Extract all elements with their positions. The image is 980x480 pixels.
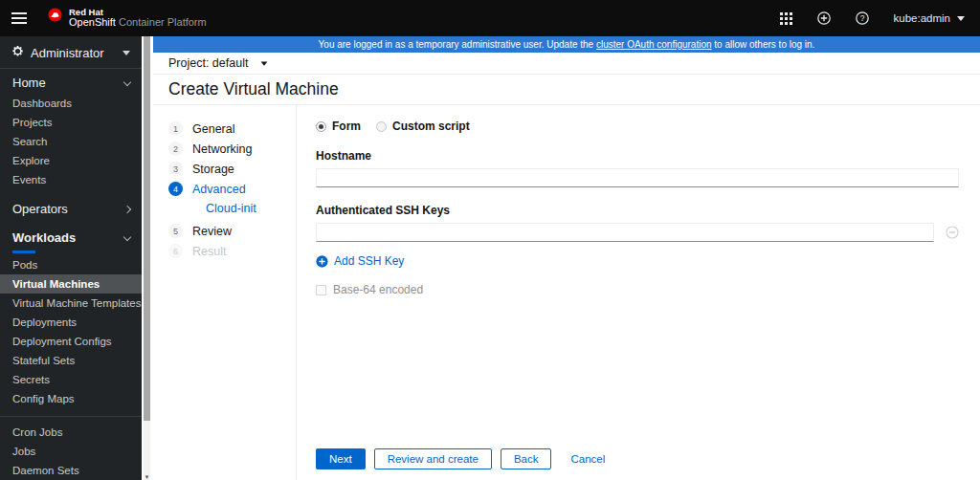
next-button[interactable]: Next bbox=[316, 448, 366, 469]
sidebar-item-pods[interactable]: Pods bbox=[0, 255, 142, 274]
base64-encoded-checkbox-row: Base-64 encoded bbox=[316, 283, 959, 296]
login-notice-banner: You are logged in as a temporary adminis… bbox=[153, 36, 980, 53]
remove-ssh-key-minus-circle-icon bbox=[946, 226, 959, 239]
username: kube:admin bbox=[894, 12, 950, 24]
sidebar-section-workloads[interactable]: Workloads bbox=[0, 224, 142, 249]
add-ssh-key-button[interactable]: Add SSH Key bbox=[316, 254, 404, 268]
chevron-down-icon bbox=[123, 77, 131, 85]
create-vm-wizard: 1 General 2 Networking 3 Storage 4 Advan… bbox=[153, 105, 980, 480]
nav-toggle-menu-icon[interactable] bbox=[11, 12, 27, 24]
sidebar-item-config-maps[interactable]: Config Maps bbox=[0, 389, 142, 408]
scrollbar-arrow-down-icon[interactable]: ▼ bbox=[144, 474, 150, 480]
sidebar-item-deployment-configs[interactable]: Deployment Configs bbox=[0, 332, 142, 351]
gear-icon bbox=[11, 45, 24, 60]
cloud-init-form: Form Custom script Hostname Authenticate… bbox=[297, 105, 980, 480]
ssh-key-input[interactable] bbox=[316, 223, 934, 242]
perspective-label: Administrator bbox=[31, 46, 104, 60]
caret-down-icon bbox=[261, 61, 268, 65]
cloud-init-mode-group: Form Custom script bbox=[316, 120, 959, 133]
app-launcher-grid-icon[interactable] bbox=[780, 12, 792, 25]
sidebar-item-deployments[interactable]: Deployments bbox=[0, 313, 142, 332]
hostname-input[interactable] bbox=[316, 168, 959, 187]
radio-selected-icon bbox=[316, 121, 326, 132]
sidebar-item-events[interactable]: Events bbox=[0, 170, 142, 189]
help-circle-icon[interactable]: ? bbox=[856, 11, 869, 25]
sidebar-item-daemon-sets[interactable]: Daemon Sets bbox=[0, 461, 142, 480]
active-section-indicator bbox=[12, 251, 35, 253]
scrollbar-thumb[interactable] bbox=[144, 36, 150, 421]
plus-circle-icon bbox=[316, 255, 328, 268]
review-and-create-button[interactable]: Review and create bbox=[374, 448, 492, 469]
chevron-right-icon bbox=[123, 205, 131, 212]
back-button[interactable]: Back bbox=[501, 448, 552, 469]
sidebar-nav: Administrator Home Dashboards Projects S… bbox=[0, 36, 142, 480]
wizard-step-networking[interactable]: 2 Networking bbox=[168, 142, 296, 156]
radio-unselected-icon bbox=[376, 121, 387, 132]
custom-script-mode-radio[interactable]: Custom script bbox=[376, 120, 470, 133]
wizard-steps-nav: 1 General 2 Networking 3 Storage 4 Advan… bbox=[153, 105, 297, 480]
page-title: Create Virtual Machine bbox=[168, 79, 339, 99]
sidebar-item-cron-jobs[interactable]: Cron Jobs bbox=[0, 423, 142, 442]
sidebar-item-search[interactable]: Search bbox=[0, 132, 142, 151]
ssh-keys-field-group: Authenticated SSH Keys bbox=[316, 204, 959, 242]
wizard-step-review[interactable]: 5 Review bbox=[168, 224, 296, 238]
caret-down-icon bbox=[122, 51, 130, 55]
chevron-down-icon bbox=[123, 232, 131, 240]
perspective-switcher[interactable]: Administrator bbox=[0, 36, 142, 69]
cancel-button[interactable]: Cancel bbox=[567, 449, 609, 469]
masthead: Red Hat OpenShift Container Platform ? k… bbox=[0, 0, 980, 36]
wizard-step-result: 6 Result bbox=[168, 244, 296, 258]
wizard-step-storage[interactable]: 3 Storage bbox=[168, 162, 296, 176]
user-menu[interactable]: kube:admin bbox=[894, 12, 965, 24]
sidebar-item-dashboards[interactable]: Dashboards bbox=[0, 94, 142, 113]
project-selector-label: Project: default bbox=[168, 56, 248, 70]
import-plus-circle-icon[interactable] bbox=[817, 11, 831, 25]
wizard-substep-cloud-init[interactable]: Cloud-init bbox=[206, 202, 296, 215]
svg-text:?: ? bbox=[859, 13, 864, 23]
sidebar-section-operators[interactable]: Operators bbox=[0, 195, 142, 220]
redhat-logo-icon bbox=[48, 8, 62, 22]
caret-down-icon bbox=[957, 16, 965, 21]
sidebar-item-virtual-machine-templates[interactable]: Virtual Machine Templates bbox=[0, 294, 142, 313]
main-content: You are logged in as a temporary adminis… bbox=[153, 36, 980, 480]
form-mode-radio[interactable]: Form bbox=[316, 120, 361, 133]
sidebar-item-explore[interactable]: Explore bbox=[0, 151, 142, 170]
wizard-step-general[interactable]: 1 General bbox=[168, 121, 296, 136]
wizard-step-advanced[interactable]: 4 Advanced bbox=[168, 182, 296, 196]
page-header: Create Virtual Machine bbox=[153, 75, 980, 105]
sidebar-divider bbox=[0, 416, 142, 417]
sidebar-scrollbar[interactable]: ▼ bbox=[142, 36, 153, 480]
sidebar-item-jobs[interactable]: Jobs bbox=[0, 442, 142, 461]
sidebar-item-virtual-machines[interactable]: Virtual Machines bbox=[0, 274, 142, 294]
ssh-keys-label: Authenticated SSH Keys bbox=[316, 204, 959, 217]
cluster-oauth-configuration-link[interactable]: cluster OAuth configuration bbox=[596, 39, 712, 50]
wizard-footer: Next Review and create Back Cancel bbox=[316, 448, 959, 470]
product-name: OpenShift Container Platform bbox=[69, 17, 207, 29]
project-selector[interactable]: Project: default bbox=[153, 53, 980, 75]
hostname-field-group: Hostname bbox=[316, 149, 959, 187]
sidebar-item-secrets[interactable]: Secrets bbox=[0, 370, 142, 389]
brand-logo: Red Hat OpenShift Container Platform bbox=[48, 8, 207, 29]
sidebar-item-projects[interactable]: Projects bbox=[0, 113, 142, 132]
sidebar-section-home[interactable]: Home bbox=[0, 69, 142, 94]
hostname-label: Hostname bbox=[316, 149, 959, 163]
base64-checkbox bbox=[316, 285, 326, 295]
sidebar-item-stateful-sets[interactable]: Stateful Sets bbox=[0, 351, 142, 370]
